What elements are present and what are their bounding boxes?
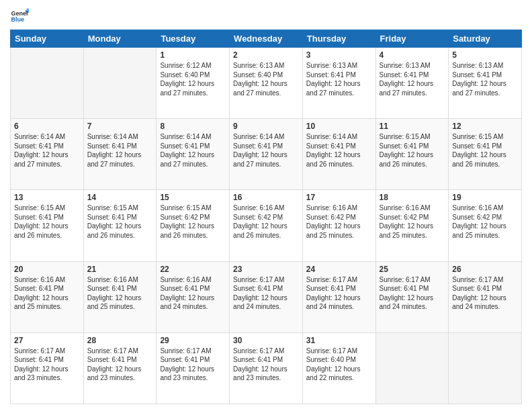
page: General Blue SundayMondayTuesdayWednesda… [0, 0, 532, 411]
day-info: Sunrise: 6:14 AMSunset: 6:41 PMDaylight:… [233, 133, 287, 168]
calendar-cell: 9 Sunrise: 6:14 AMSunset: 6:41 PMDayligh… [230, 119, 303, 190]
day-number: 27 [14, 336, 80, 345]
calendar-cell: 13 Sunrise: 6:15 AMSunset: 6:41 PMDaylig… [11, 190, 84, 261]
logo-icon: General Blue [10, 7, 29, 26]
calendar-cell: 29 Sunrise: 6:17 AMSunset: 6:41 PMDaylig… [157, 332, 230, 404]
calendar-cell: 30 Sunrise: 6:17 AMSunset: 6:41 PMDaylig… [230, 332, 303, 404]
col-header-monday: Monday [83, 30, 157, 48]
day-number: 9 [233, 122, 299, 131]
calendar-cell: 10 Sunrise: 6:14 AMSunset: 6:41 PMDaylig… [302, 119, 375, 190]
day-number: 28 [87, 336, 153, 345]
calendar-cell: 20 Sunrise: 6:16 AMSunset: 6:41 PMDaylig… [11, 261, 84, 332]
calendar-cell [83, 48, 157, 119]
day-number: 22 [160, 265, 226, 274]
day-info: Sunrise: 6:17 AMSunset: 6:41 PMDaylight:… [452, 276, 506, 311]
day-number: 12 [452, 122, 518, 131]
day-info: Sunrise: 6:16 AMSunset: 6:42 PMDaylight:… [380, 204, 434, 239]
day-number: 21 [87, 265, 153, 274]
day-number: 18 [380, 193, 445, 202]
day-number: 8 [160, 122, 226, 131]
day-number: 19 [452, 193, 518, 202]
calendar-cell: 2 Sunrise: 6:13 AMSunset: 6:40 PMDayligh… [230, 48, 303, 119]
day-info: Sunrise: 6:16 AMSunset: 6:41 PMDaylight:… [160, 276, 214, 311]
calendar-cell: 28 Sunrise: 6:17 AMSunset: 6:41 PMDaylig… [83, 332, 157, 404]
calendar-cell: 21 Sunrise: 6:16 AMSunset: 6:41 PMDaylig… [83, 261, 157, 332]
col-header-wednesday: Wednesday [230, 30, 303, 48]
calendar-cell: 7 Sunrise: 6:14 AMSunset: 6:41 PMDayligh… [83, 119, 157, 190]
calendar-cell: 15 Sunrise: 6:15 AMSunset: 6:42 PMDaylig… [157, 190, 230, 261]
day-number: 17 [306, 193, 372, 202]
day-info: Sunrise: 6:16 AMSunset: 6:41 PMDaylight:… [14, 276, 69, 311]
week-row-4: 20 Sunrise: 6:16 AMSunset: 6:41 PMDaylig… [11, 261, 522, 332]
day-info: Sunrise: 6:17 AMSunset: 6:40 PMDaylight:… [306, 347, 361, 382]
week-row-2: 6 Sunrise: 6:14 AMSunset: 6:41 PMDayligh… [11, 119, 522, 190]
day-info: Sunrise: 6:14 AMSunset: 6:41 PMDaylight:… [306, 133, 361, 168]
day-info: Sunrise: 6:17 AMSunset: 6:41 PMDaylight:… [233, 276, 287, 311]
day-info: Sunrise: 6:17 AMSunset: 6:41 PMDaylight:… [160, 347, 214, 382]
day-number: 26 [452, 265, 518, 274]
day-info: Sunrise: 6:17 AMSunset: 6:41 PMDaylight:… [380, 276, 434, 311]
calendar-cell: 5 Sunrise: 6:13 AMSunset: 6:41 PMDayligh… [449, 48, 522, 119]
calendar-cell: 14 Sunrise: 6:15 AMSunset: 6:41 PMDaylig… [83, 190, 157, 261]
col-header-tuesday: Tuesday [157, 30, 230, 48]
calendar-cell: 1 Sunrise: 6:12 AMSunset: 6:40 PMDayligh… [157, 48, 230, 119]
day-info: Sunrise: 6:14 AMSunset: 6:41 PMDaylight:… [87, 133, 142, 168]
calendar-cell: 31 Sunrise: 6:17 AMSunset: 6:40 PMDaylig… [302, 332, 375, 404]
day-number: 24 [306, 265, 372, 274]
day-info: Sunrise: 6:16 AMSunset: 6:42 PMDaylight:… [452, 204, 506, 239]
day-number: 31 [306, 336, 372, 345]
day-info: Sunrise: 6:15 AMSunset: 6:41 PMDaylight:… [380, 133, 434, 168]
logo: General Blue [10, 7, 29, 26]
header: General Blue [10, 7, 522, 26]
day-number: 16 [233, 193, 299, 202]
col-header-saturday: Saturday [449, 30, 522, 48]
day-info: Sunrise: 6:15 AMSunset: 6:41 PMDaylight:… [87, 204, 142, 239]
day-number: 11 [380, 122, 445, 131]
day-info: Sunrise: 6:13 AMSunset: 6:41 PMDaylight:… [306, 62, 361, 97]
day-info: Sunrise: 6:16 AMSunset: 6:42 PMDaylight:… [233, 204, 287, 239]
day-info: Sunrise: 6:15 AMSunset: 6:41 PMDaylight:… [14, 204, 69, 239]
calendar-cell: 25 Sunrise: 6:17 AMSunset: 6:41 PMDaylig… [375, 261, 449, 332]
day-info: Sunrise: 6:14 AMSunset: 6:41 PMDaylight:… [14, 133, 69, 168]
col-header-friday: Friday [375, 30, 449, 48]
day-info: Sunrise: 6:16 AMSunset: 6:42 PMDaylight:… [306, 204, 361, 239]
day-number: 13 [14, 193, 80, 202]
day-info: Sunrise: 6:16 AMSunset: 6:41 PMDaylight:… [87, 276, 142, 311]
calendar-cell: 22 Sunrise: 6:16 AMSunset: 6:41 PMDaylig… [157, 261, 230, 332]
day-number: 6 [14, 122, 80, 131]
calendar-cell: 23 Sunrise: 6:17 AMSunset: 6:41 PMDaylig… [230, 261, 303, 332]
calendar-cell: 19 Sunrise: 6:16 AMSunset: 6:42 PMDaylig… [449, 190, 522, 261]
calendar-cell: 16 Sunrise: 6:16 AMSunset: 6:42 PMDaylig… [230, 190, 303, 261]
col-header-thursday: Thursday [302, 30, 375, 48]
calendar-cell: 3 Sunrise: 6:13 AMSunset: 6:41 PMDayligh… [302, 48, 375, 119]
svg-text:Blue: Blue [11, 16, 24, 23]
week-row-3: 13 Sunrise: 6:15 AMSunset: 6:41 PMDaylig… [11, 190, 522, 261]
day-info: Sunrise: 6:17 AMSunset: 6:41 PMDaylight:… [233, 347, 287, 382]
week-row-5: 27 Sunrise: 6:17 AMSunset: 6:41 PMDaylig… [11, 332, 522, 404]
calendar-cell: 26 Sunrise: 6:17 AMSunset: 6:41 PMDaylig… [449, 261, 522, 332]
day-number: 2 [233, 50, 299, 60]
calendar-cell: 24 Sunrise: 6:17 AMSunset: 6:41 PMDaylig… [302, 261, 375, 332]
day-number: 25 [380, 265, 445, 274]
calendar-cell: 18 Sunrise: 6:16 AMSunset: 6:42 PMDaylig… [375, 190, 449, 261]
calendar-cell: 12 Sunrise: 6:15 AMSunset: 6:41 PMDaylig… [449, 119, 522, 190]
calendar-cell [375, 332, 449, 404]
day-number: 10 [306, 122, 372, 131]
day-number: 3 [306, 50, 372, 60]
col-header-sunday: Sunday [11, 30, 84, 48]
calendar-cell: 6 Sunrise: 6:14 AMSunset: 6:41 PMDayligh… [11, 119, 84, 190]
day-info: Sunrise: 6:15 AMSunset: 6:42 PMDaylight:… [160, 204, 214, 239]
calendar-cell [449, 332, 522, 404]
day-number: 5 [452, 50, 518, 60]
day-number: 4 [380, 50, 445, 60]
day-number: 30 [233, 336, 299, 345]
day-info: Sunrise: 6:13 AMSunset: 6:40 PMDaylight:… [233, 62, 287, 97]
calendar-cell: 27 Sunrise: 6:17 AMSunset: 6:41 PMDaylig… [11, 332, 84, 404]
calendar-cell [11, 48, 84, 119]
calendar-cell: 17 Sunrise: 6:16 AMSunset: 6:42 PMDaylig… [302, 190, 375, 261]
day-number: 14 [87, 193, 153, 202]
calendar-cell: 11 Sunrise: 6:15 AMSunset: 6:41 PMDaylig… [375, 119, 449, 190]
day-number: 23 [233, 265, 299, 274]
day-number: 7 [87, 122, 153, 131]
day-info: Sunrise: 6:15 AMSunset: 6:41 PMDaylight:… [452, 133, 506, 168]
